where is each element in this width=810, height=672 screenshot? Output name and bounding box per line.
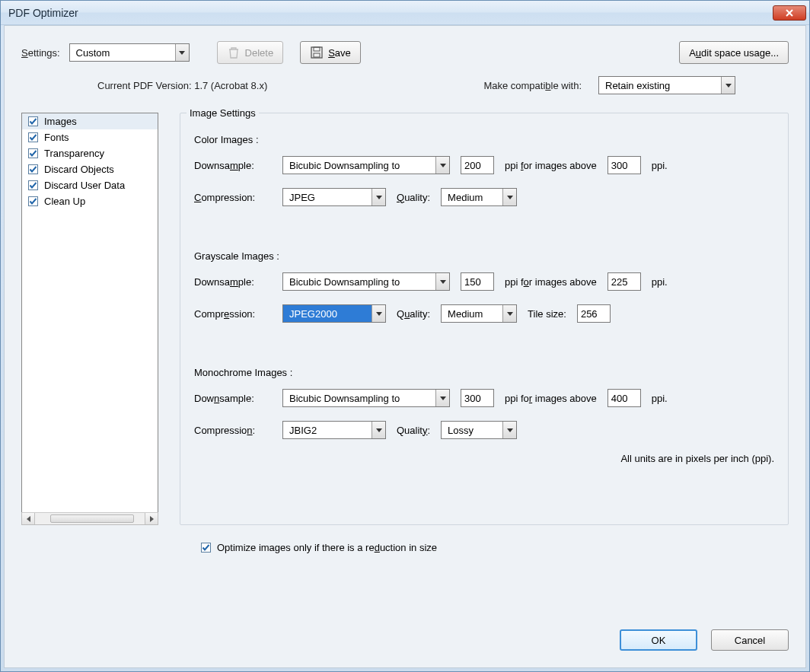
sidebar-item-images[interactable]: Images xyxy=(22,113,158,129)
combo-arrow xyxy=(721,77,735,94)
mono-ppi-input[interactable]: 300 xyxy=(461,389,494,407)
color-downsample-combo[interactable]: Bicubic Downsampling to xyxy=(282,156,450,174)
settings-combo[interactable]: Custom xyxy=(69,43,190,62)
optimize-label: Optimize images only if there is a reduc… xyxy=(217,542,437,553)
sidebar-item-fonts[interactable]: Fonts xyxy=(22,129,158,145)
version-row: Current PDF Version: 1.7 (Acrobat 8.x) M… xyxy=(97,76,789,94)
audit-button[interactable]: Audit space usage... xyxy=(679,41,789,64)
tile-label: Tile size: xyxy=(528,308,566,320)
quality-label: Quality: xyxy=(397,308,430,320)
sidebar-checkbox[interactable] xyxy=(28,196,38,206)
ok-button[interactable]: OK xyxy=(620,629,697,651)
toolbar-row: Settings: Custom Delete Save Audit space… xyxy=(21,41,789,64)
mono-downsample-combo[interactable]: Bicubic Downsampling to xyxy=(282,389,450,407)
mono-quality-combo[interactable]: Lossy xyxy=(441,421,517,439)
sidebar-checkbox[interactable] xyxy=(28,132,38,142)
quality-label: Quality: xyxy=(397,425,430,436)
window-title: PDF Optimizer xyxy=(8,7,78,19)
close-button[interactable] xyxy=(773,5,806,21)
check-icon xyxy=(202,543,210,552)
compression-label: Compression: xyxy=(194,192,272,203)
gray-compression-combo[interactable]: JPEG2000 xyxy=(282,304,386,323)
optimize-checkbox[interactable] xyxy=(201,543,211,553)
mono-compression-combo[interactable]: JBIG2 xyxy=(282,421,386,439)
optimize-row: Optimize images only if there is a reduc… xyxy=(201,542,789,553)
color-quality-combo[interactable]: Medium xyxy=(441,188,517,206)
color-compression-combo[interactable]: JPEG xyxy=(282,188,386,206)
compression-label: Compression: xyxy=(194,425,272,436)
compat-label: Make compatible with: xyxy=(483,80,582,91)
main-area: ImagesFontsTransparencyDiscard ObjectsDi… xyxy=(21,113,789,525)
color-above-input[interactable]: 300 xyxy=(608,156,641,174)
compat-value: Retain existing xyxy=(605,80,670,91)
close-icon xyxy=(785,9,794,17)
sidebar-item-label: Discard Objects xyxy=(44,164,114,175)
dialog-window: PDF Optimizer Settings: Custom Delete Sa… xyxy=(0,0,810,672)
sidebar-list[interactable]: ImagesFontsTransparencyDiscard ObjectsDi… xyxy=(21,113,158,513)
compression-label: Compression: xyxy=(194,308,272,320)
combo-arrow xyxy=(175,44,189,61)
sidebar: ImagesFontsTransparencyDiscard ObjectsDi… xyxy=(21,113,158,525)
ppi-for-label: ppi for images above xyxy=(505,276,597,288)
svg-rect-0 xyxy=(311,47,322,58)
scroll-right-button[interactable] xyxy=(145,513,158,524)
color-ppi-input[interactable]: 200 xyxy=(461,156,494,174)
gray-ppi-input[interactable]: 150 xyxy=(461,272,494,291)
sidebar-item-discard-objects[interactable]: Discard Objects xyxy=(22,161,158,177)
sidebar-item-label: Transparency xyxy=(44,148,104,159)
units-note: All units are in pixels per inch (ppi). xyxy=(194,453,774,464)
panel-title: Image Settings xyxy=(187,107,259,119)
cancel-button[interactable]: Cancel xyxy=(711,629,789,651)
delete-button: Delete xyxy=(217,41,284,64)
scroll-track[interactable] xyxy=(35,513,145,524)
sidebar-scrollbar[interactable] xyxy=(21,512,158,525)
sidebar-item-transparency[interactable]: Transparency xyxy=(22,145,158,161)
settings-value: Custom xyxy=(76,47,110,59)
audit-label: Audit space usage... xyxy=(689,47,779,59)
sidebar-checkbox[interactable] xyxy=(28,148,38,158)
trash-icon xyxy=(227,46,241,59)
sidebar-checkbox[interactable] xyxy=(28,164,38,174)
svg-rect-2 xyxy=(314,53,320,57)
downsample-label: Downsample: xyxy=(194,160,272,171)
sidebar-item-label: Discard User Data xyxy=(44,180,125,191)
mono-above-input[interactable]: 400 xyxy=(608,389,641,407)
save-label: Save xyxy=(328,47,351,59)
ppi-for-label: ppi for images above xyxy=(505,393,597,404)
titlebar: PDF Optimizer xyxy=(1,1,809,25)
sidebar-item-clean-up[interactable]: Clean Up xyxy=(22,193,158,209)
sidebar-item-discard-user-data[interactable]: Discard User Data xyxy=(22,177,158,193)
gray-heading: Grayscale Images : xyxy=(194,250,774,262)
gray-downsample-combo[interactable]: Bicubic Downsampling to xyxy=(282,272,450,291)
delete-label: Delete xyxy=(245,47,274,59)
gray-quality-combo[interactable]: Medium xyxy=(441,304,517,323)
sidebar-item-label: Clean Up xyxy=(44,196,85,207)
ppi-for-label: ppi for images above xyxy=(505,160,597,171)
dialog-footer: OK Cancel xyxy=(620,629,789,651)
ppi-suffix: ppi. xyxy=(652,393,668,404)
quality-label: Quality: xyxy=(397,192,430,203)
gray-above-input[interactable]: 225 xyxy=(608,272,641,291)
scroll-thumb[interactable] xyxy=(50,514,134,523)
downsample-label: Downsample: xyxy=(194,393,272,404)
save-button[interactable]: Save xyxy=(300,41,361,64)
compat-combo[interactable]: Retain existing xyxy=(598,76,735,94)
dialog-content: Settings: Custom Delete Save Audit space… xyxy=(4,25,806,668)
ppi-suffix: ppi. xyxy=(652,160,668,171)
svg-rect-1 xyxy=(314,47,320,51)
image-settings-panel: Image Settings Color Images : Downsample… xyxy=(180,113,789,525)
floppy-icon xyxy=(310,46,324,59)
sidebar-checkbox[interactable] xyxy=(28,116,38,126)
mono-heading: Monochrome Images : xyxy=(194,367,774,378)
settings-label: Settings: xyxy=(21,47,60,59)
current-version-label: Current PDF Version: 1.7 (Acrobat 8.x) xyxy=(97,80,267,91)
color-heading: Color Images : xyxy=(194,134,774,145)
sidebar-item-label: Images xyxy=(44,116,77,127)
sidebar-item-label: Fonts xyxy=(44,132,69,143)
ppi-suffix: ppi. xyxy=(652,276,668,288)
gray-tile-input[interactable]: 256 xyxy=(577,304,611,323)
scroll-left-button[interactable] xyxy=(22,513,35,524)
downsample-label: Downsample: xyxy=(194,276,272,288)
sidebar-checkbox[interactable] xyxy=(28,180,38,190)
